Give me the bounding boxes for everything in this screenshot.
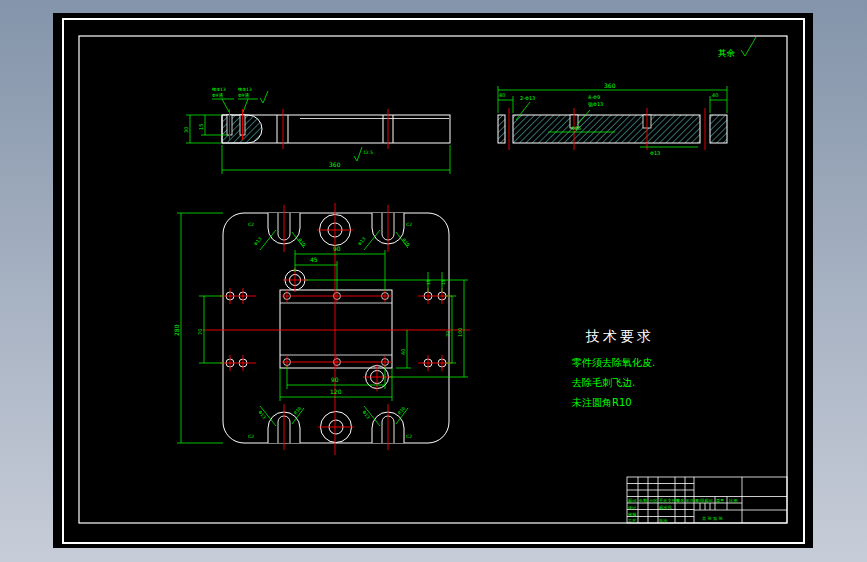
section-length-dim: 360	[604, 82, 616, 89]
dim-right-inner: 70	[445, 331, 451, 337]
tb-header-zone: 分区	[649, 498, 658, 503]
dim-right-outer: 100	[457, 327, 463, 337]
side-depth-dim: 15	[198, 124, 204, 130]
slot-callout-b1: 锪Φ13	[237, 87, 252, 92]
section-bore-dim: Φ25	[571, 125, 581, 131]
tb-header-sign: 签名	[676, 498, 684, 503]
dim-bot-90: 90	[331, 376, 339, 383]
tb-check: 审核	[628, 512, 637, 517]
dim-bot-120: 120	[330, 388, 342, 395]
section-right-piece	[710, 115, 727, 143]
surface-note-text: 其余	[718, 48, 736, 58]
tb-design: 设计	[628, 505, 637, 510]
drawing-sheet	[53, 13, 813, 548]
section-callout-left: 2-Φ13	[520, 95, 535, 101]
chamfer-mark: C2	[248, 434, 254, 439]
section-right-dim: 40	[712, 92, 718, 98]
section-bore2-dim: Φ13	[650, 150, 660, 156]
dim-top-90: 90	[333, 245, 341, 252]
dim-left-inner: 70	[197, 329, 203, 335]
dim-left-height: 280	[173, 324, 180, 336]
section-left-piece	[498, 115, 505, 143]
dim-top-45: 45	[310, 256, 318, 263]
slot-callout-a1: 锪Φ13	[211, 87, 226, 92]
side-height-dim: 30	[183, 127, 189, 133]
section-callout-mid1: 4-Φ9	[588, 94, 600, 100]
cad-viewport[interactable]: 其余 锪Φ13 Φ9通 锪Φ13 Φ9通 12.5 360	[0, 0, 867, 562]
chamfer-mark: C2	[406, 434, 412, 439]
tb-sheets: 共 张 第 张	[702, 516, 724, 521]
section-callout-mid2: 锪Φ13	[588, 101, 603, 107]
slot-callout-a2: Φ9通	[212, 92, 223, 98]
roughness-value: 12.5	[363, 150, 373, 155]
tech-req-line2: 去除毛刺飞边.	[571, 377, 635, 388]
tb-process: 工艺	[627, 518, 637, 523]
tb-header-count: 处数	[639, 498, 648, 503]
tb-weight: 重量	[716, 498, 724, 503]
chamfer-mark: C2	[248, 222, 254, 227]
drawing-canvas: 其余 锪Φ13 Φ9通 锪Φ13 Φ9通 12.5 360	[0, 0, 867, 562]
slot-callout-b2: Φ9通	[238, 92, 249, 98]
section-left-dim: 40	[499, 92, 505, 98]
side-length-dim: 360	[329, 161, 341, 168]
dim-mid-right: 40	[400, 349, 406, 355]
tb-approve: 批准	[658, 518, 668, 523]
chamfer-mark: C2	[406, 222, 412, 227]
section-body	[513, 115, 700, 143]
tech-req-line1: 零件须去除氧化皮.	[572, 357, 655, 368]
tech-req-line3: 未注圆角R10	[571, 397, 632, 408]
tech-req-title: 技术要求	[585, 328, 654, 344]
